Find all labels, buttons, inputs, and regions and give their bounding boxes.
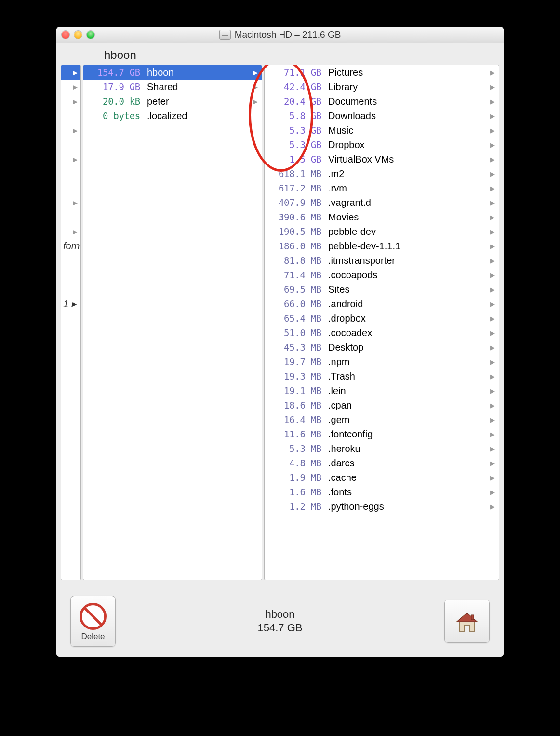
file-name: .lein	[321, 385, 488, 396]
users-row[interactable]: 0 bytes.localized	[83, 109, 262, 123]
file-size: 390.6 MB	[268, 212, 321, 222]
column-prev-peek[interactable]: ▶▶▶▶▶▶▶forn1 ▸	[61, 65, 81, 580]
file-name: .cache	[321, 472, 488, 483]
peek-arrow[interactable]: ▶	[61, 224, 80, 239]
peek-arrow[interactable]	[61, 268, 80, 282]
file-name: pebble-dev-1.1.1	[321, 241, 488, 252]
file-size: 16.4 MB	[268, 414, 321, 425]
peek-arrow[interactable]	[61, 282, 80, 297]
peek-text: forn	[61, 239, 80, 253]
file-size: 618.1 MB	[268, 168, 321, 179]
contents-row[interactable]: 5.8 GBDownloads▶	[265, 109, 499, 123]
contents-row[interactable]: 20.4 GBDocuments▶	[265, 94, 499, 109]
peek-arrow[interactable]	[61, 181, 80, 195]
file-size: 65.4 MB	[268, 313, 321, 324]
contents-row[interactable]: 71.4 MB.cocoapods▶	[265, 268, 499, 282]
contents-row[interactable]: 407.9 MB.vagrant.d▶	[265, 195, 499, 210]
file-name: .m2	[321, 168, 488, 179]
contents-row[interactable]: 617.2 MB.rvm▶	[265, 181, 499, 195]
peek-arrow[interactable]: ▶	[61, 80, 80, 94]
file-size: 5.3 GB	[268, 125, 321, 136]
contents-row[interactable]: 81.8 MB.itmstransporter▶	[265, 253, 499, 268]
contents-row[interactable]: 618.1 MB.m2▶	[265, 166, 499, 181]
chevron-right-icon: ▶	[488, 358, 497, 366]
file-size: 69.5 MB	[268, 284, 321, 295]
peek-arrow[interactable]: ▶	[61, 123, 80, 137]
file-name: VirtualBox VMs	[321, 154, 488, 165]
peek-arrow[interactable]: ▶	[61, 152, 80, 166]
contents-row[interactable]: 19.1 MB.lein▶	[265, 383, 499, 398]
peek-arrow[interactable]	[61, 109, 80, 123]
zoom-button[interactable]	[87, 31, 94, 39]
chevron-right-icon: ▶	[488, 112, 497, 120]
file-name: .localized	[140, 110, 251, 122]
contents-row[interactable]: 18.6 MB.cpan▶	[265, 398, 499, 412]
chevron-right-icon: ▶	[488, 460, 497, 467]
contents-row[interactable]: 19.7 MB.npm▶	[265, 354, 499, 369]
column-users[interactable]: 154.7 GBhboon▶17.9 GBShared▶20.0 kBpeter…	[83, 65, 262, 580]
contents-row[interactable]: 51.0 MB.cocoadex▶	[265, 326, 499, 340]
file-name: Music	[321, 125, 488, 136]
file-size: 1.5 GB	[268, 154, 321, 164]
minimize-button[interactable]	[74, 31, 82, 39]
contents-row[interactable]: 1.6 MB.fonts▶	[265, 485, 499, 499]
contents-row[interactable]: 5.3 GBDropbox▶	[265, 137, 499, 152]
contents-row[interactable]: 45.3 MBDesktop▶	[265, 340, 499, 354]
peek-arrow[interactable]: ▶	[61, 195, 80, 210]
chevron-right-icon: ▶	[488, 300, 497, 308]
peek-arrow[interactable]	[61, 137, 80, 152]
file-size: 190.5 MB	[268, 226, 321, 237]
contents-row[interactable]: 16.4 MB.gem▶	[265, 412, 499, 427]
file-size: 1.6 MB	[268, 487, 321, 497]
contents-row[interactable]: 66.0 MB.android▶	[265, 297, 499, 311]
contents-row[interactable]: 42.4 GBLibrary▶	[265, 80, 499, 94]
chevron-right-icon: ▶	[488, 503, 497, 510]
contents-row[interactable]: 1.9 MB.cache▶	[265, 470, 499, 485]
column-hboon-contents[interactable]: 71.1 GBPictures▶42.4 GBLibrary▶20.4 GBDo…	[264, 65, 499, 580]
contents-row[interactable]: 390.6 MBMovies▶	[265, 210, 499, 224]
peek-arrow[interactable]	[61, 210, 80, 224]
contents-row[interactable]: 1.5 GBVirtualBox VMs▶	[265, 152, 499, 166]
footer-selected-name: hboon	[258, 608, 303, 621]
file-name: .cocoapods	[321, 270, 488, 281]
contents-row[interactable]: 69.5 MBSites▶	[265, 282, 499, 297]
contents-row[interactable]: 11.6 MB.fontconfig▶	[265, 427, 499, 441]
columns-container: ▶▶▶▶▶▶▶forn1 ▸ 154.7 GBhboon▶17.9 GBShar…	[61, 65, 499, 580]
contents-row[interactable]: 5.3 GBMusic▶	[265, 123, 499, 137]
chevron-right-icon: ▶	[488, 127, 497, 134]
contents-row[interactable]: 1.2 MB.python-eggs▶	[265, 499, 499, 514]
peek-arrow[interactable]: ▶	[61, 65, 80, 80]
delete-button[interactable]: Delete	[70, 596, 116, 647]
contents-row[interactable]: 65.4 MB.dropbox▶	[265, 311, 499, 326]
chevron-right-icon: ▶	[488, 431, 497, 438]
footer-summary: hboon 154.7 GB	[258, 608, 303, 634]
svg-rect-2	[471, 615, 474, 620]
chevron-right-icon: ▶	[488, 141, 497, 149]
contents-row[interactable]: 190.5 MBpebble-dev▶	[265, 224, 499, 239]
chevron-right-icon: ▶	[488, 489, 497, 496]
file-name: .python-eggs	[321, 501, 488, 512]
users-row[interactable]: 20.0 kBpeter▶	[83, 94, 262, 109]
file-name: .cocoadex	[321, 327, 488, 339]
contents-row[interactable]: 71.1 GBPictures▶	[265, 65, 499, 80]
footer-selected-size: 154.7 GB	[258, 622, 303, 634]
peek-arrow[interactable]: ▶	[61, 94, 80, 109]
chevron-right-icon: ▶	[251, 69, 260, 76]
contents-row[interactable]: 5.3 MB.heroku▶	[265, 441, 499, 456]
file-name: Downloads	[321, 110, 488, 122]
file-name: peter	[140, 96, 251, 107]
peek-arrow[interactable]	[61, 253, 80, 268]
chevron-right-icon: ▶	[488, 185, 497, 192]
file-size: 42.4 GB	[268, 82, 321, 92]
file-name: .cpan	[321, 400, 488, 411]
titlebar[interactable]: Macintosh HD – 211.6 GB	[56, 27, 504, 43]
peek-arrow[interactable]	[61, 166, 80, 181]
contents-row[interactable]: 186.0 MBpebble-dev-1.1.1▶	[265, 239, 499, 253]
file-name: .darcs	[321, 458, 488, 469]
users-row[interactable]: 17.9 GBShared▶	[83, 80, 262, 94]
contents-row[interactable]: 19.3 MB.Trash▶	[265, 369, 499, 383]
contents-row[interactable]: 4.8 MB.darcs▶	[265, 456, 499, 470]
close-button[interactable]	[62, 31, 69, 39]
users-row[interactable]: 154.7 GBhboon▶	[83, 65, 262, 80]
home-button[interactable]	[444, 600, 490, 643]
